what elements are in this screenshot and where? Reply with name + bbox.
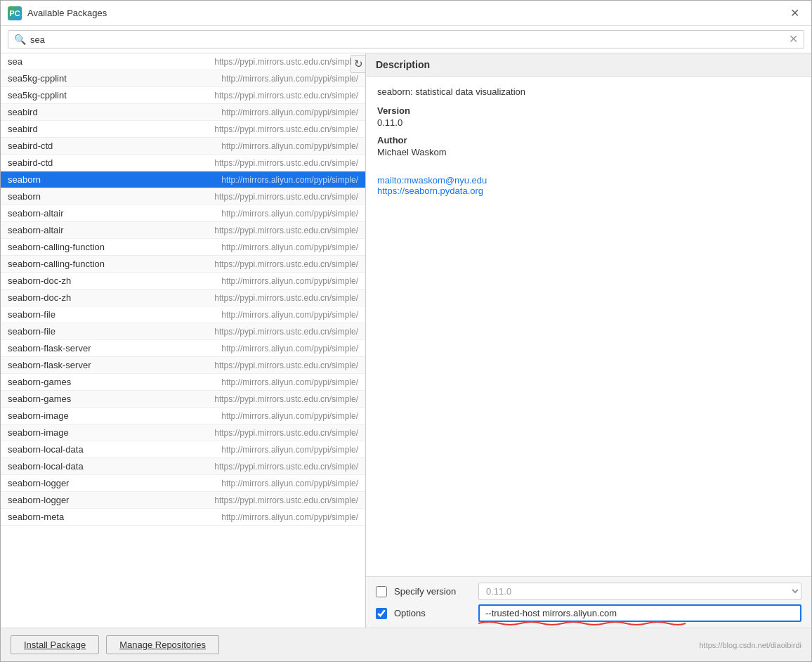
- list-item[interactable]: seaborn-altairhttps://pypi.mirrors.ustc.…: [1, 222, 365, 239]
- package-url: http://mirrors.aliyun.com/pypi/simple/: [148, 411, 358, 421]
- package-url: http://mirrors.aliyun.com/pypi/simple/: [148, 175, 358, 185]
- package-url: https://pypi.mirrors.ustc.edu.cn/simple/: [148, 495, 358, 505]
- list-item[interactable]: seaborn-imagehttp://mirrors.aliyun.com/p…: [1, 408, 365, 424]
- package-name: seaborn-doc-zh: [8, 275, 148, 286]
- package-url: http://mirrors.aliyun.com/pypi/simple/: [148, 74, 358, 84]
- package-name: seabird-ctd: [8, 141, 148, 151]
- package-list: seahttps://pypi.mirrors.ustc.edu.cn/simp…: [1, 53, 365, 628]
- package-url: https://pypi.mirrors.ustc.edu.cn/simple/: [148, 57, 358, 67]
- list-item[interactable]: sea5kg-cpplinthttp://mirrors.aliyun.com/…: [1, 70, 365, 87]
- package-name: seaborn-calling-function: [8, 242, 148, 252]
- package-name: seaborn-local-data: [8, 461, 148, 472]
- package-url: http://mirrors.aliyun.com/pypi/simple/: [148, 276, 358, 286]
- package-name: seaborn-doc-zh: [8, 292, 148, 303]
- list-item[interactable]: seaborn-gameshttp://mirrors.aliyun.com/p…: [1, 374, 365, 391]
- package-name: seaborn-file: [8, 326, 148, 337]
- list-item[interactable]: seabirdhttp://mirrors.aliyun.com/pypi/si…: [1, 104, 365, 121]
- package-name: seabird: [8, 124, 148, 134]
- search-icon: 🔍: [14, 34, 26, 45]
- search-wrapper: 🔍 ✕: [8, 30, 804, 48]
- package-url: http://mirrors.aliyun.com/pypi/simple/: [148, 479, 358, 488]
- version-label: Version: [377, 105, 800, 116]
- package-url: https://pypi.mirrors.ustc.edu.cn/simple/: [148, 428, 358, 438]
- package-url: http://mirrors.aliyun.com/pypi/simple/: [148, 512, 358, 522]
- list-item[interactable]: seaborn-local-datahttp://mirrors.aliyun.…: [1, 441, 365, 458]
- package-name: sea: [8, 56, 148, 67]
- manage-repositories-button[interactable]: Manage Repositories: [106, 635, 219, 654]
- list-item[interactable]: seaborn-gameshttps://pypi.mirrors.ustc.e…: [1, 391, 365, 408]
- package-url: http://mirrors.aliyun.com/pypi/simple/: [148, 377, 358, 387]
- package-name: sea5kg-cpplint: [8, 73, 148, 84]
- package-name: sea5kg-cpplint: [8, 90, 148, 100]
- search-input[interactable]: [30, 34, 789, 45]
- list-item[interactable]: seahttps://pypi.mirrors.ustc.edu.cn/simp…: [1, 53, 365, 70]
- list-item[interactable]: seaborn-doc-zhhttps://pypi.mirrors.ustc.…: [1, 290, 365, 306]
- package-url: http://mirrors.aliyun.com/pypi/simple/: [148, 344, 358, 353]
- list-item[interactable]: seaborn-metahttp://mirrors.aliyun.com/py…: [1, 509, 365, 526]
- clear-search-button[interactable]: ✕: [789, 34, 798, 45]
- package-name: seaborn-file: [8, 309, 148, 320]
- list-item[interactable]: seaborn-imagehttps://pypi.mirrors.ustc.e…: [1, 424, 365, 441]
- options-input-wrapper: [478, 604, 801, 622]
- package-url: http://mirrors.aliyun.com/pypi/simple/: [148, 141, 358, 151]
- package-url: http://mirrors.aliyun.com/pypi/simple/: [148, 445, 358, 455]
- description-header: Description: [366, 53, 811, 77]
- list-item[interactable]: seaborn-altairhttp://mirrors.aliyun.com/…: [1, 205, 365, 222]
- refresh-button[interactable]: ↻: [351, 55, 366, 73]
- package-url: https://pypi.mirrors.ustc.edu.cn/simple/: [148, 394, 358, 404]
- specify-version-checkbox[interactable]: [376, 586, 387, 597]
- options-row: Options: [376, 604, 801, 622]
- package-name: seaborn-local-data: [8, 444, 148, 455]
- list-item[interactable]: seabird-ctdhttps://pypi.mirrors.ustc.edu…: [1, 155, 365, 171]
- package-url: https://pypi.mirrors.ustc.edu.cn/simple/: [148, 462, 358, 472]
- list-item[interactable]: seaborn-flask-serverhttps://pypi.mirrors…: [1, 357, 365, 374]
- list-item[interactable]: seabirdhttps://pypi.mirrors.ustc.edu.cn/…: [1, 121, 365, 138]
- list-item[interactable]: seaborn-calling-functionhttps://pypi.mir…: [1, 256, 365, 273]
- package-name: seabird-ctd: [8, 157, 148, 168]
- author-value: Michael Waskom: [377, 147, 800, 157]
- package-url: https://pypi.mirrors.ustc.edu.cn/simple/: [148, 259, 358, 269]
- description-body: seaborn: statistical data visualization …: [366, 77, 811, 576]
- author-label: Author: [377, 135, 800, 145]
- list-item[interactable]: seaborn-local-datahttps://pypi.mirrors.u…: [1, 458, 365, 475]
- email-link[interactable]: mailto:mwaskom@nyu.edu: [377, 175, 800, 186]
- list-item[interactable]: seaborn-flask-serverhttp://mirrors.aliyu…: [1, 340, 365, 357]
- options-checkbox[interactable]: [376, 608, 387, 619]
- title-bar-left: PC Available Packages: [8, 6, 107, 20]
- list-item[interactable]: sea5kg-cpplinthttps://pypi.mirrors.ustc.…: [1, 87, 365, 104]
- bottom-options: Specify version 0.11.0 Options: [366, 576, 811, 628]
- list-item[interactable]: seaborn-calling-functionhttp://mirrors.a…: [1, 239, 365, 256]
- package-list-panel: seahttps://pypi.mirrors.ustc.edu.cn/simp…: [1, 53, 366, 628]
- package-name: seaborn-image: [8, 427, 148, 438]
- website-link[interactable]: https://seaborn.pydata.org: [377, 186, 800, 196]
- package-url: https://pypi.mirrors.ustc.edu.cn/simple/: [148, 293, 358, 303]
- package-name: seaborn-flask-server: [8, 360, 148, 370]
- list-item[interactable]: seabornhttp://mirrors.aliyun.com/pypi/si…: [1, 171, 365, 188]
- specify-version-label: Specify version: [394, 586, 471, 597]
- package-url: http://mirrors.aliyun.com/pypi/simple/: [148, 310, 358, 320]
- list-item[interactable]: seaborn-loggerhttp://mirrors.aliyun.com/…: [1, 475, 365, 492]
- close-button[interactable]: ✕: [785, 4, 804, 23]
- package-url: https://pypi.mirrors.ustc.edu.cn/simple/: [148, 226, 358, 235]
- package-name: seaborn-image: [8, 410, 148, 421]
- footer: Install Package Manage Repositories http…: [1, 628, 811, 661]
- list-item[interactable]: seabird-ctdhttp://mirrors.aliyun.com/pyp…: [1, 138, 365, 155]
- options-input[interactable]: [478, 604, 801, 622]
- package-name: seaborn-meta: [8, 512, 148, 522]
- app-icon: PC: [8, 6, 22, 20]
- package-url: http://mirrors.aliyun.com/pypi/simple/: [148, 108, 358, 117]
- package-name: seaborn-logger: [8, 478, 148, 488]
- package-name: seabird: [8, 107, 148, 117]
- list-item[interactable]: seaborn-loggerhttps://pypi.mirrors.ustc.…: [1, 492, 365, 509]
- package-url: http://mirrors.aliyun.com/pypi/simple/: [148, 242, 358, 252]
- package-name: seaborn-games: [8, 377, 148, 387]
- list-item[interactable]: seaborn-doc-zhhttp://mirrors.aliyun.com/…: [1, 273, 365, 290]
- list-item[interactable]: seaborn-filehttps://pypi.mirrors.ustc.ed…: [1, 323, 365, 340]
- package-url: https://pypi.mirrors.ustc.edu.cn/simple/: [148, 327, 358, 337]
- specify-version-row: Specify version 0.11.0: [376, 583, 801, 600]
- package-name: seaborn-logger: [8, 495, 148, 505]
- version-select[interactable]: 0.11.0: [478, 583, 801, 600]
- install-package-button[interactable]: Install Package: [11, 635, 99, 654]
- list-item[interactable]: seaborn-filehttp://mirrors.aliyun.com/py…: [1, 306, 365, 323]
- list-item[interactable]: seabornhttps://pypi.mirrors.ustc.edu.cn/…: [1, 188, 365, 205]
